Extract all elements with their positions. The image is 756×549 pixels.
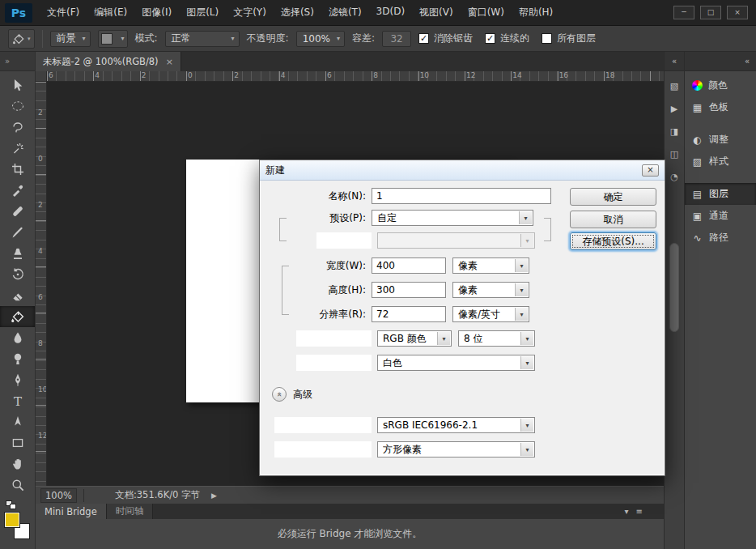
dodge-tool[interactable] bbox=[0, 348, 35, 369]
foreground-color-swatch[interactable] bbox=[4, 512, 20, 528]
dock-panel-icon[interactable]: ◔ bbox=[666, 168, 683, 185]
menu-item[interactable]: 帮助(H) bbox=[512, 2, 559, 23]
opacity-select[interactable]: 100% ▾ bbox=[296, 31, 345, 47]
panel-tab-paths[interactable]: ∿路径 bbox=[685, 227, 756, 249]
menu-item[interactable]: 窗口(W) bbox=[461, 2, 511, 23]
width-unit-select[interactable]: 像素 ▾ bbox=[452, 257, 529, 274]
blur-tool[interactable] bbox=[0, 327, 35, 348]
zoom-tool[interactable] bbox=[0, 475, 35, 496]
bit-depth-select[interactable]: 8 位 ▾ bbox=[458, 330, 535, 347]
pattern-picker[interactable]: ▾ bbox=[98, 30, 128, 48]
advanced-toggle[interactable]: « bbox=[272, 387, 287, 402]
dock-panel-icon[interactable]: ▶ bbox=[666, 100, 683, 117]
clone-stamp-tool[interactable] bbox=[0, 243, 35, 264]
magic-wand-tool[interactable] bbox=[0, 138, 35, 159]
tolerance-input[interactable] bbox=[382, 31, 411, 47]
panel-menu-icon[interactable]: ≡ bbox=[636, 507, 643, 516]
type-tool[interactable]: T bbox=[0, 390, 35, 411]
dropdown-arrow-icon: ▾ bbox=[520, 419, 533, 432]
tool-preset-picker[interactable]: ▾ bbox=[8, 29, 35, 49]
toolbar-collapse-icon[interactable]: » bbox=[0, 52, 35, 71]
menu-item[interactable]: 选择(S) bbox=[274, 2, 321, 23]
checkbox-contiguous[interactable]: ✓连续的 bbox=[485, 32, 529, 45]
default-colors-icon[interactable] bbox=[6, 500, 17, 509]
dock-panel-icon[interactable]: ◨ bbox=[666, 123, 683, 140]
name-input[interactable] bbox=[372, 188, 551, 204]
menu-item[interactable]: 图层(L) bbox=[180, 2, 225, 23]
shape-tool[interactable] bbox=[0, 432, 35, 453]
color-mode-select[interactable]: RGB 颜色 ▾ bbox=[377, 330, 452, 347]
tab-timeline[interactable]: 时间轴 bbox=[107, 504, 154, 519]
pixel-aspect-select[interactable]: 方形像素 ▾ bbox=[377, 441, 535, 458]
ok-button[interactable]: 确定 bbox=[570, 188, 656, 206]
close-button[interactable]: × bbox=[727, 6, 748, 19]
resolution-input[interactable] bbox=[372, 306, 446, 322]
paint-bucket-icon bbox=[11, 309, 25, 324]
fill-source-select[interactable]: 前景 ▾ bbox=[50, 31, 91, 47]
dialog-close-button[interactable]: × bbox=[642, 164, 659, 177]
dock-panel-icon[interactable]: ◫ bbox=[666, 146, 683, 163]
lasso-icon bbox=[11, 120, 25, 134]
status-menu-arrow-icon[interactable]: ▶ bbox=[211, 492, 217, 500]
menu-item[interactable]: 文件(F) bbox=[40, 2, 86, 23]
checkbox-all-layers[interactable]: 所有图层 bbox=[542, 32, 596, 45]
width-input[interactable] bbox=[372, 257, 446, 274]
chevron-down-icon: ▾ bbox=[121, 35, 125, 42]
dock-collapse-icon[interactable]: « bbox=[685, 52, 756, 71]
panel-tab-adjustments[interactable]: ◐调整 bbox=[685, 129, 756, 151]
resolution-unit-select[interactable]: 像素/英寸 ▾ bbox=[452, 306, 529, 322]
move-tool[interactable] bbox=[0, 74, 35, 96]
crop-tool[interactable] bbox=[0, 159, 35, 180]
ruler-corner bbox=[36, 71, 47, 82]
brush-tool[interactable] bbox=[0, 222, 35, 243]
height-input[interactable] bbox=[372, 282, 446, 298]
history-brush-tool[interactable] bbox=[0, 264, 35, 285]
icon-dock: « ▧▶◨◫◔ bbox=[664, 52, 684, 549]
panel-tab-styles[interactable]: ▨样式 bbox=[685, 151, 756, 172]
eraser-tool[interactable] bbox=[0, 285, 35, 306]
hand-tool[interactable] bbox=[0, 453, 35, 475]
ruler-label: 2 bbox=[38, 109, 43, 117]
menu-item[interactable]: 编辑(E) bbox=[87, 2, 134, 23]
marquee-tool[interactable] bbox=[0, 96, 35, 117]
checkbox-icon[interactable]: ✓ bbox=[485, 33, 495, 44]
restore-button[interactable]: □ bbox=[700, 6, 721, 19]
panel-tab-color-wheel[interactable]: 颜色 bbox=[685, 74, 756, 96]
tab-mini-bridge[interactable]: Mini Bridge bbox=[36, 504, 107, 519]
panel-tab-channels[interactable]: ▣通道 bbox=[685, 205, 756, 227]
label-placeholder bbox=[274, 441, 372, 458]
minimize-button[interactable]: ─ bbox=[673, 6, 694, 19]
mode-select[interactable]: 正常 ▾ bbox=[165, 31, 240, 47]
dock-panel-icon[interactable]: ▧ bbox=[666, 78, 683, 95]
paint-bucket-tool[interactable] bbox=[0, 306, 35, 327]
dock-collapse-icon[interactable]: « bbox=[665, 52, 684, 71]
menu-item[interactable]: 视图(V) bbox=[413, 2, 460, 23]
color-profile-select[interactable]: sRGB IEC61966-2.1 ▾ bbox=[377, 417, 535, 433]
tab-close-icon[interactable]: × bbox=[166, 57, 173, 67]
menu-item[interactable]: 文字(Y) bbox=[227, 2, 273, 23]
healing-brush-tool[interactable] bbox=[0, 201, 35, 222]
menu-item[interactable]: 滤镜(T) bbox=[322, 2, 368, 23]
checkbox-anti-alias[interactable]: ✓消除锯齿 bbox=[418, 32, 473, 45]
preset-select[interactable]: 自定 ▾ bbox=[372, 210, 533, 226]
lasso-tool[interactable] bbox=[0, 117, 35, 138]
zoom-level[interactable]: 100% bbox=[40, 488, 77, 503]
cancel-button[interactable]: 取消 bbox=[570, 211, 656, 228]
panel-tab-swatches-grid[interactable]: ▦色板 bbox=[685, 96, 756, 118]
pen-tool[interactable] bbox=[0, 369, 35, 390]
chevron-down-icon[interactable]: ▾ bbox=[625, 507, 629, 516]
panel-tab-layers[interactable]: ▤图层 bbox=[685, 183, 756, 205]
path-selection-tool[interactable] bbox=[0, 411, 35, 432]
fill-source-value: 前景 bbox=[57, 32, 76, 45]
menu-item[interactable]: 3D(D) bbox=[370, 2, 411, 23]
dialog-titlebar[interactable]: 新建 × bbox=[260, 160, 665, 181]
menu-item[interactable]: 图像(I) bbox=[135, 2, 178, 23]
scrollbar-thumb[interactable] bbox=[669, 243, 679, 332]
save-preset-button[interactable]: 存储预设(S)... bbox=[570, 232, 656, 250]
height-unit-select[interactable]: 像素 ▾ bbox=[452, 282, 529, 298]
document-tab[interactable]: 未标题-2 @ 100%(RGB/8) × bbox=[36, 52, 181, 71]
background-contents-select[interactable]: 白色 ▾ bbox=[377, 355, 535, 371]
checkbox-icon[interactable] bbox=[542, 33, 552, 44]
checkbox-icon[interactable]: ✓ bbox=[418, 33, 429, 44]
eyedropper-tool[interactable] bbox=[0, 180, 35, 201]
